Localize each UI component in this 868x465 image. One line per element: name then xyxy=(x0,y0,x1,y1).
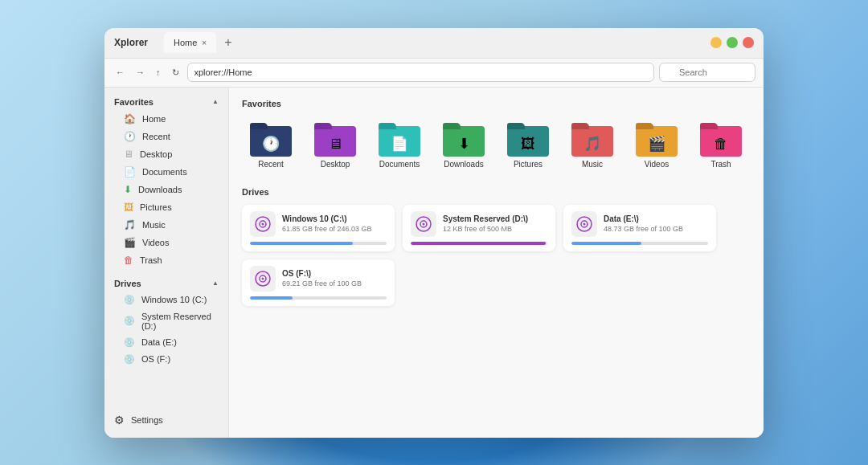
folder-recent[interactable]: 🕐 Recent xyxy=(242,116,300,174)
sidebar-pictures-label: Pictures xyxy=(140,202,172,212)
drive-e-fill xyxy=(571,242,641,245)
address-input[interactable] xyxy=(187,63,655,82)
sidebar-downloads-label: Downloads xyxy=(138,185,182,194)
folder-music[interactable]: 🎵 Music xyxy=(563,116,621,174)
settings-label: Settings xyxy=(131,415,163,425)
sidebar-item-downloads[interactable]: ⬇ Downloads xyxy=(108,182,225,198)
sidebar-item-home[interactable]: 🏠 Home xyxy=(108,111,225,127)
sidebar-item-system-reserved[interactable]: 💿 System Reserved (D:) xyxy=(108,309,225,333)
drive-f-name: OS (F:\) xyxy=(282,269,387,278)
favorites-arrow: ▲ xyxy=(212,98,219,105)
drives-grid: Windows 10 (C:\) 61.85 GB free of 246.03… xyxy=(242,205,751,306)
minimize-button[interactable] xyxy=(710,37,722,48)
sidebar-documents-label: Documents xyxy=(142,167,187,177)
drives-arrow: ▲ xyxy=(212,279,219,287)
close-button[interactable] xyxy=(743,37,754,48)
maximize-button[interactable] xyxy=(727,37,738,48)
settings-icon: ⚙ xyxy=(114,414,125,426)
documents-icon: 📄 xyxy=(124,166,136,177)
sidebar-data-label: Data (E:) xyxy=(141,337,177,347)
drive-c-progress xyxy=(250,242,387,245)
drive-f-space: 69.21 GB free of 100 GB xyxy=(282,279,387,288)
music-icon: 🎵 xyxy=(124,219,136,230)
sidebar-trash-label: Trash xyxy=(140,255,162,265)
folder-desktop-icon: 🖥 xyxy=(314,121,356,157)
downloads-icon: ⬇ xyxy=(124,184,132,195)
window-controls xyxy=(710,37,754,48)
drive-c-name: Windows 10 (C:\) xyxy=(282,214,387,223)
folder-recent-icon: 🕐 xyxy=(250,121,292,157)
search-input[interactable] xyxy=(659,63,755,82)
app-title: Xplorer xyxy=(114,37,148,48)
drive-d-name: System Reserved (D:\) xyxy=(443,214,547,223)
drive-f-header: OS (F:\) 69.21 GB free of 100 GB xyxy=(250,266,387,292)
drives-section-title: Drives xyxy=(242,187,751,197)
drive-d-icon xyxy=(411,211,436,237)
sidebar-windows-label: Windows 10 (C:) xyxy=(141,295,207,304)
refresh-button[interactable]: ↻ xyxy=(169,66,182,80)
drive-c-icon xyxy=(250,211,276,237)
folder-trash[interactable]: 🗑 Trash xyxy=(692,116,750,174)
sidebar-item-pictures[interactable]: 🖼 Pictures xyxy=(108,199,225,215)
drive-f-icon xyxy=(250,266,276,292)
main-content: Favorites ▲ 🏠 Home 🕐 Recent 🖥 Desktop 📄 … xyxy=(104,88,764,438)
folder-pictures[interactable]: 🖼 Pictures xyxy=(499,116,557,174)
folder-trash-label: Trash xyxy=(710,160,731,169)
sidebar-item-recent[interactable]: 🕐 Recent xyxy=(108,128,225,145)
drive-e-icon xyxy=(571,211,597,237)
drive-d-fill xyxy=(411,242,546,245)
drive-f[interactable]: OS (F:\) 69.21 GB free of 100 GB xyxy=(242,259,395,306)
folder-recent-label: Recent xyxy=(258,160,284,169)
drive-c-space: 61.85 GB free of 246.03 GB xyxy=(282,225,387,233)
drive-f-progress xyxy=(250,296,387,300)
sidebar-item-data[interactable]: 💿 Data (E:) xyxy=(108,335,225,350)
folder-documents-icon: 📄 xyxy=(379,121,420,157)
folder-videos-label: Videos xyxy=(645,160,669,169)
folder-documents[interactable]: 📄 Documents xyxy=(371,116,428,174)
tab-close-button[interactable]: × xyxy=(202,39,207,47)
favorites-label: Favorites xyxy=(114,97,154,107)
forward-button[interactable]: → xyxy=(133,66,148,79)
drive-d[interactable]: System Reserved (D:\) 12 KB free of 500 … xyxy=(403,205,555,251)
settings-item[interactable]: ⚙ Settings xyxy=(104,409,228,431)
drive-d-progress xyxy=(411,242,547,245)
drive-d-info: System Reserved (D:\) 12 KB free of 500 … xyxy=(443,214,547,233)
drive-c[interactable]: Windows 10 (C:\) 61.85 GB free of 246.03… xyxy=(242,205,395,251)
sidebar-favorites-header: Favorites ▲ xyxy=(104,94,228,110)
folder-music-label: Music xyxy=(582,160,603,169)
data-drive-icon: 💿 xyxy=(124,337,135,348)
sidebar-item-desktop[interactable]: 🖥 Desktop xyxy=(108,146,225,162)
back-button[interactable]: ← xyxy=(113,66,128,79)
addressbar: ← → ↑ ↻ 🔍 xyxy=(104,59,764,88)
recent-icon: 🕐 xyxy=(124,131,136,142)
folder-pictures-icon: 🖼 xyxy=(507,121,549,157)
pictures-icon: 🖼 xyxy=(124,202,133,213)
tab-label: Home xyxy=(174,38,197,47)
folder-videos[interactable]: 🎬 Videos xyxy=(628,116,686,174)
sidebar-desktop-label: Desktop xyxy=(140,149,172,159)
sidebar-item-music[interactable]: 🎵 Music xyxy=(108,217,225,233)
sidebar-item-trash[interactable]: 🗑 Trash xyxy=(108,252,225,268)
sidebar: Favorites ▲ 🏠 Home 🕐 Recent 🖥 Desktop 📄 … xyxy=(104,88,229,438)
new-tab-button[interactable]: + xyxy=(219,35,236,50)
folder-downloads[interactable]: ⬇ Downloads xyxy=(435,116,493,174)
sidebar-item-os[interactable]: 💿 OS (F:) xyxy=(108,352,225,367)
drive-e-progress xyxy=(571,242,708,245)
home-icon: 🏠 xyxy=(124,113,136,124)
drives-label: Drives xyxy=(114,279,141,288)
svg-point-11 xyxy=(262,277,264,279)
sidebar-item-windows[interactable]: 💿 Windows 10 (C:) xyxy=(108,292,225,308)
xplorer-window: Xplorer Home × + ← → ↑ ↻ 🔍 Favori xyxy=(104,28,764,438)
folder-trash-icon: 🗑 xyxy=(700,121,742,157)
sidebar-item-videos[interactable]: 🎬 Videos xyxy=(108,235,225,251)
sidebar-recent-label: Recent xyxy=(142,132,170,141)
up-button[interactable]: ↑ xyxy=(153,66,164,79)
titlebar: Xplorer Home × + xyxy=(104,28,764,59)
sidebar-item-documents[interactable]: 📄 Documents xyxy=(108,164,225,180)
favorites-section-title: Favorites xyxy=(242,99,751,108)
drive-f-info: OS (F:\) 69.21 GB free of 100 GB xyxy=(282,269,387,288)
drive-e[interactable]: Data (E:\) 48.73 GB free of 100 GB xyxy=(563,205,716,251)
folder-videos-icon: 🎬 xyxy=(636,121,678,157)
tab-home[interactable]: Home × xyxy=(164,32,216,53)
folder-desktop[interactable]: 🖥 Desktop xyxy=(306,116,364,174)
